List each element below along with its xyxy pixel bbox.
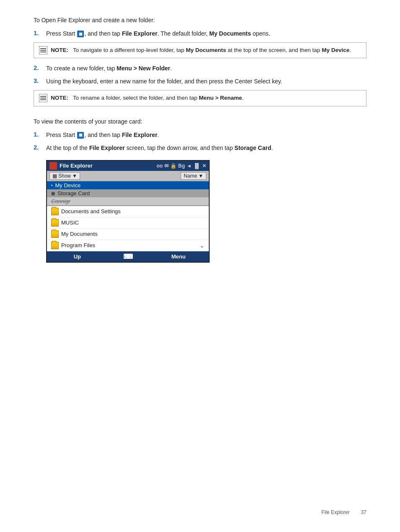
fe-name-label: Name xyxy=(184,173,197,179)
intro-paragraph-2: To view the contents of your storage car… xyxy=(34,118,366,125)
fe-file-item-music[interactable]: MUSIC xyxy=(47,217,209,229)
fe-show-icon: ▦ xyxy=(52,173,57,179)
note-text-1: NOTE: To navigate to a different top-lev… xyxy=(51,46,351,54)
file-explorer-mockup: File Explorer oo ✉ 🔒 Bg ◄ ▐▌ ✕ ▦ Show ▼ … xyxy=(46,160,210,263)
fe-dropdown-list: • My Device ▦ Storage Card Connigr xyxy=(47,181,209,206)
fe-storage-label: Storage Card xyxy=(57,190,90,196)
fe-scroll-down-icon: ⌄ xyxy=(200,242,205,249)
page-footer: File Explorer 37 xyxy=(322,509,366,515)
fe-connigr-label: Connigr xyxy=(51,198,70,204)
fe-dropdown-connigr[interactable]: Connigr xyxy=(47,197,209,205)
fe-up-button[interactable]: Up xyxy=(52,253,103,260)
svg-rect-0 xyxy=(50,163,53,165)
step-text-3: Using the keyboard, enter a new name for… xyxy=(46,77,282,86)
start-icon-2: ▦ xyxy=(77,132,84,139)
fe-storage-icon: ▦ xyxy=(51,191,55,196)
svg-rect-1 xyxy=(54,163,56,165)
fe-file-item-docs[interactable]: Documents and Settings xyxy=(47,206,209,217)
note-box-2: NOTE: To rename a folder, select the fol… xyxy=(34,90,366,106)
step-view-text-2: At the top of the File Explorer screen, … xyxy=(46,144,273,152)
note-box-1: NOTE: To navigate to a different top-lev… xyxy=(34,42,366,58)
fe-icon-battery: ▐▌ xyxy=(193,163,200,169)
fe-show-arrow: ▼ xyxy=(72,173,77,179)
note-icon-1 xyxy=(39,46,47,54)
step-view-number-1: 1. xyxy=(34,131,46,138)
fe-file-name-docs: Documents and Settings xyxy=(61,208,121,214)
intro-paragraph-1: To Open File Explorer and create a new f… xyxy=(34,17,366,23)
fe-file-name-programfiles: Program Files xyxy=(61,242,95,248)
step-view-2: 2. At the top of the File Explorer scree… xyxy=(34,144,366,152)
step-number-1: 1. xyxy=(34,29,46,36)
fe-menu-button[interactable]: Menu xyxy=(153,253,204,260)
fe-name-arrow: ▼ xyxy=(198,173,203,179)
fe-keyboard-icon[interactable]: ⌨ xyxy=(103,253,153,261)
fe-folder-icon-music xyxy=(51,219,59,227)
step-view-1: 1. Press Start ▦, and then tap File Expl… xyxy=(34,131,366,139)
step-view-text-1: Press Start ▦, and then tap File Explore… xyxy=(46,131,159,139)
footer-page: 37 xyxy=(361,509,366,515)
footer-text: File Explorer xyxy=(322,509,350,515)
step-open-1: 1. Press Start ▦, and then tap File Expl… xyxy=(34,29,366,38)
fe-file-item-mydocs[interactable]: My Documents xyxy=(47,229,209,240)
fe-icon-wireless: oo xyxy=(156,163,163,169)
start-icon: ▦ xyxy=(77,31,84,37)
step-text-1: Press Start ▦, and then tap File Explore… xyxy=(46,29,270,38)
note-text-2: NOTE: To rename a folder, select the fol… xyxy=(51,94,244,102)
fe-icon-signal: Bg xyxy=(178,163,185,169)
fe-icon-lock: 🔒 xyxy=(170,163,177,169)
fe-show-label: Show xyxy=(58,173,71,179)
fe-folder-icon-docs xyxy=(51,208,59,215)
fe-my-device-label: My Device xyxy=(55,182,81,189)
fe-file-item-programfiles[interactable]: Program Files ⌄ xyxy=(47,240,209,251)
step-view-number-2: 2. xyxy=(34,144,46,151)
fe-toolbar: ▦ Show ▼ Name ▼ xyxy=(47,171,209,181)
fe-title-text: File Explorer xyxy=(60,163,93,169)
fe-icon-close[interactable]: ✕ xyxy=(202,163,206,169)
fe-folder-icon-mydocs xyxy=(51,230,59,238)
fe-icon-envelope: ✉ xyxy=(164,163,169,169)
fe-bottom-bar: Up ⌨ Menu xyxy=(47,251,209,262)
fe-icon-speaker: ◄ xyxy=(187,163,192,169)
step-text-2: To create a new folder, tap Menu > New F… xyxy=(46,64,172,73)
fe-dropdown-storage-card[interactable]: ▦ Storage Card xyxy=(47,189,209,197)
fe-file-name-mydocs: My Documents xyxy=(61,231,98,237)
fe-show-button[interactable]: ▦ Show ▼ xyxy=(49,172,80,180)
fe-folder-icon-programfiles xyxy=(51,242,59,249)
fe-dropdown-my-device[interactable]: • My Device xyxy=(47,181,209,189)
fe-title-icon xyxy=(49,162,57,170)
svg-rect-2 xyxy=(50,166,53,169)
fe-titlebar: File Explorer oo ✉ 🔒 Bg ◄ ▐▌ ✕ xyxy=(47,161,209,171)
svg-rect-3 xyxy=(54,166,56,169)
step-number-2: 2. xyxy=(34,64,46,71)
fe-file-name-music: MUSIC xyxy=(61,220,79,226)
fe-titlebar-right: oo ✉ 🔒 Bg ◄ ▐▌ ✕ xyxy=(156,163,206,169)
step-open-3: 3. Using the keyboard, enter a new name … xyxy=(34,77,366,86)
fe-bullet: • xyxy=(51,183,53,188)
step-open-2: 2. To create a new folder, tap Menu > Ne… xyxy=(34,64,366,73)
fe-name-button[interactable]: Name ▼ xyxy=(181,172,206,180)
note-icon-2 xyxy=(39,94,47,102)
fe-titlebar-left: File Explorer xyxy=(49,162,93,170)
fe-file-list: Documents and Settings MUSIC My Document… xyxy=(47,206,209,251)
step-number-3: 3. xyxy=(34,77,46,84)
